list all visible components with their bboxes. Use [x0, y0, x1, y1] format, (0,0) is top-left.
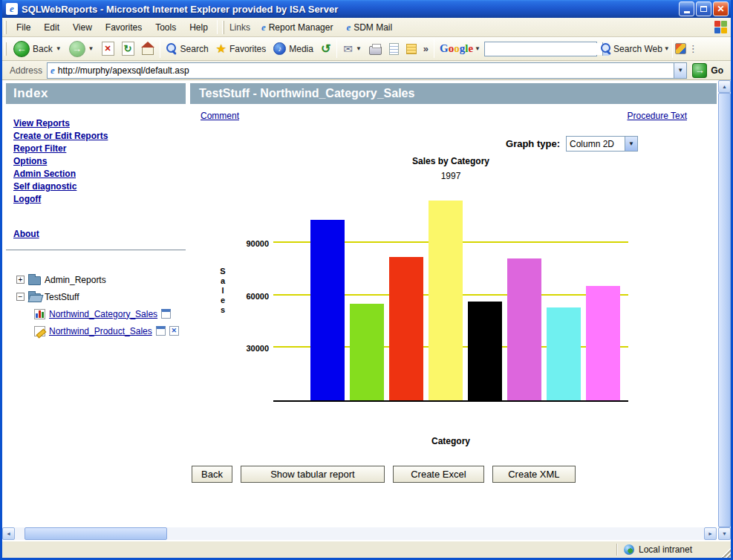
address-dropdown-icon[interactable]: ▼ [674, 63, 686, 78]
link-sdm-mail[interactable]: e SDM Mail [339, 22, 399, 33]
window-title: SQLWebReports - Microsoft Internet Explo… [22, 4, 677, 15]
go-button[interactable]: → Go [692, 63, 723, 78]
close-button[interactable]: ✕ [713, 1, 729, 16]
graph-type-select[interactable]: Column 2D ▼ [566, 136, 638, 152]
restore-button[interactable] [696, 1, 711, 16]
media-label: Media [289, 44, 313, 54]
minimize-button[interactable] [679, 1, 694, 16]
google-search-box[interactable]: ▼ [484, 42, 597, 56]
expand-icon[interactable]: + [16, 276, 25, 284]
refresh-icon: ↻ [122, 42, 134, 56]
menu-file[interactable]: File [10, 22, 37, 33]
menu-view[interactable]: View [66, 22, 99, 33]
toolbar-grip[interactable] [4, 42, 7, 56]
search-button[interactable]: Search [163, 39, 212, 59]
show-tabular-report-button[interactable]: Show tabular report [241, 466, 385, 483]
print-icon [369, 46, 382, 55]
chart: Sales by Category 1997 Sales 30000600009… [273, 156, 628, 446]
bar [468, 302, 502, 400]
mail-button[interactable]: ✉ ▼ [339, 39, 365, 59]
menubar-grip[interactable] [4, 21, 7, 34]
comment-icon[interactable] [156, 326, 166, 336]
sidebar-link-create-or-edit-reports[interactable]: Create or Edit Reports [13, 130, 186, 143]
menu-tools[interactable]: Tools [149, 22, 183, 33]
scroll-left-button[interactable]: ◄ [2, 527, 15, 540]
chart-ylabel: Sales [218, 267, 227, 315]
sidebar-link-report-filter[interactable]: Report Filter [13, 143, 186, 155]
closed-folder-icon [28, 276, 41, 285]
comment-link[interactable]: Comment [201, 111, 239, 121]
discuss-button[interactable] [403, 39, 420, 59]
google-dropdown-icon[interactable]: ▼ [475, 45, 480, 52]
horizontal-scrollbar[interactable]: ◄ ► [2, 527, 717, 540]
links-row: Comment Procedure Text [190, 111, 717, 121]
comment-icon[interactable] [161, 309, 171, 319]
missing-image-icon[interactable]: ✕ [169, 326, 179, 336]
horizontal-scrollbar-thumb[interactable] [25, 527, 167, 540]
stop-button[interactable]: ✕ [98, 39, 118, 59]
report-link-northwind-category-sales[interactable]: Northwind_Category_Sales [49, 309, 157, 319]
home-button[interactable] [138, 39, 157, 59]
tree-item-northwind-product-sales[interactable]: Northwind_Product_Sales ✕ [16, 322, 186, 339]
scroll-up-button[interactable]: ▲ [718, 80, 731, 93]
y-tick-label: 30000 [238, 344, 269, 353]
procedure-text-link[interactable]: Procedure Text [628, 111, 688, 121]
media-icon: ♪ [273, 42, 286, 55]
chart-plot: Sales 300006000090000 [273, 190, 628, 402]
sidebar-link-logoff[interactable]: Logoff [13, 193, 186, 206]
separator [434, 39, 434, 58]
page-content: Index View Reports Create or Edit Report… [2, 80, 731, 540]
sidebar-header: Index [6, 83, 186, 104]
report-tree: + Admin_Reports − TestStuff Northwind_Ca… [16, 271, 186, 339]
history-button[interactable]: ↺ [317, 39, 334, 59]
search-web-button[interactable]: Search Web [613, 44, 662, 54]
scroll-down-button[interactable]: ▼ [718, 527, 731, 540]
menu-favorites[interactable]: Favorites [99, 22, 149, 33]
vertical-scrollbar[interactable]: ▲ ▼ [718, 80, 731, 540]
sidebar-link-options[interactable]: Options [13, 155, 186, 168]
create-xml-button[interactable]: Create XML [492, 466, 576, 483]
windows-logo-icon [714, 21, 728, 34]
back-report-button[interactable]: Back [192, 466, 232, 483]
forward-dropdown-icon[interactable]: ▼ [88, 45, 94, 52]
tree-node-label[interactable]: Admin_Reports [45, 275, 106, 285]
menu-edit[interactable]: Edit [37, 22, 66, 33]
refresh-button[interactable]: ↻ [118, 39, 138, 59]
search-web-dropdown-icon[interactable]: ▼ [664, 45, 670, 52]
google-search-input[interactable] [485, 43, 602, 55]
resize-grip[interactable] [720, 547, 731, 558]
sidebar-link-self-diagnostic[interactable]: Self diagnostic [13, 180, 186, 193]
create-excel-button[interactable]: Create Excel [393, 466, 484, 483]
tree-item-northwind-category-sales[interactable]: Northwind_Category_Sales [16, 305, 186, 322]
links-grip[interactable] [222, 21, 224, 34]
print-button[interactable] [365, 39, 385, 59]
tree-node-admin-reports[interactable]: + Admin_Reports [16, 271, 186, 288]
report-link-northwind-product-sales[interactable]: Northwind_Product_Sales [49, 326, 152, 336]
mail-dropdown-icon[interactable]: ▼ [356, 45, 362, 52]
forward-button[interactable]: → ▼ [65, 39, 98, 59]
tree-node-teststuff[interactable]: − TestStuff [16, 288, 186, 305]
home-icon [142, 47, 154, 55]
address-input[interactable]: e http://murphy/apexsql/default.asp ▼ [47, 62, 687, 79]
sidebar-link-view-reports[interactable]: View Reports [13, 117, 186, 130]
google-toolbar-extra-icon[interactable] [675, 43, 686, 54]
media-button[interactable]: ♪ Media [270, 39, 317, 59]
vertical-scrollbar-thumb[interactable] [718, 93, 731, 527]
sidebar-link-about[interactable]: About [13, 228, 186, 241]
address-label: Address [10, 65, 42, 76]
edit-button[interactable] [385, 39, 403, 59]
chevron-down-icon[interactable]: ▼ [625, 137, 637, 151]
toolbar-options-grip[interactable]: ⋮ [686, 43, 700, 54]
back-dropdown-icon[interactable]: ▼ [56, 45, 62, 52]
tree-node-label[interactable]: TestStuff [45, 292, 79, 302]
favorites-button[interactable]: ★ Favorites [212, 39, 270, 59]
link-report-manager[interactable]: e Report Manager [255, 22, 340, 33]
search-icon [166, 43, 177, 54]
collapse-icon[interactable]: − [16, 293, 25, 301]
scroll-right-button[interactable]: ► [704, 527, 717, 540]
menu-help[interactable]: Help [183, 22, 215, 33]
sidebar-link-admin-section[interactable]: Admin Section [13, 168, 186, 180]
toolbar-overflow-chevron[interactable]: » [420, 43, 431, 54]
google-logo[interactable]: Google [440, 42, 473, 55]
back-button[interactable]: ← Back ▼ [10, 39, 65, 59]
